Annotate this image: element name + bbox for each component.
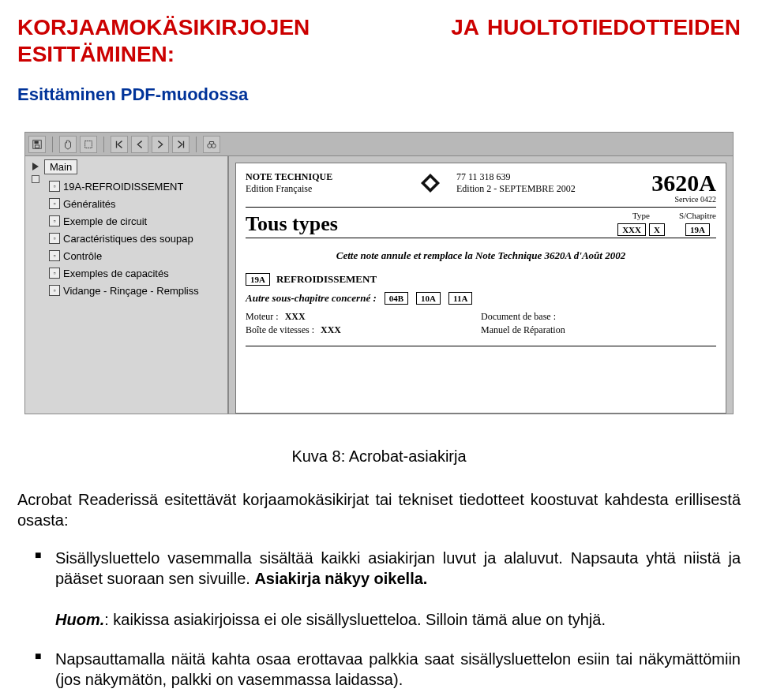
section-row: 19A REFROIDISSEMENT xyxy=(246,273,716,286)
bookmarks-panel[interactable]: Main ▫ 19A-REFROIDISSEMENT ▫ Généralités… xyxy=(25,156,229,414)
bookmark-main[interactable]: Main xyxy=(44,159,77,174)
bookmark-item[interactable]: ▫ Exemple de circuit xyxy=(44,212,226,230)
doc-header-row: NOTE TECHNIQUE Edition Française 77 11 3… xyxy=(246,171,716,208)
svg-rect-2 xyxy=(35,145,39,148)
section-code: 19A xyxy=(246,273,270,286)
brand-logo xyxy=(411,171,450,198)
svg-rect-1 xyxy=(35,140,39,144)
heading-word-3: HUOLTOTIEDOTTEIDEN xyxy=(487,14,741,41)
bookmark-tree: Main ▫ 19A-REFROIDISSEMENT ▫ Généralités… xyxy=(44,159,226,414)
doc-title: Tous types xyxy=(246,212,603,236)
bookmark-item[interactable]: ▫ Vidange - Rinçage - Rempliss xyxy=(44,282,226,299)
autre-label: Autre sous-chapitre concerné : xyxy=(246,292,377,305)
autre-code: 10A xyxy=(416,292,441,305)
pdf-page: NOTE TECHNIQUE Edition Française 77 11 3… xyxy=(235,163,726,414)
bullet-list: Sisällysluettelo vasemmalla sisältää kai… xyxy=(17,548,741,690)
bullet-text-2: Napsauttamalla näitä kahta osaa erottava… xyxy=(55,650,741,688)
bookmark-item-label: Exemple de circuit xyxy=(63,215,147,227)
replace-note: Cette note annule et remplace la Note Te… xyxy=(246,238,716,273)
bullet-item: Sisällysluettelo vasemmalla sisältää kai… xyxy=(17,548,741,630)
bookmark-section[interactable]: ▫ 19A-REFROIDISSEMENT xyxy=(44,178,226,195)
heading-word-2: JA xyxy=(443,14,487,41)
bookmark-item-label: Généralités xyxy=(63,198,115,210)
svg-point-5 xyxy=(212,144,216,148)
pdf-toolbar xyxy=(25,133,733,156)
svg-rect-3 xyxy=(85,140,92,148)
bookmark-item[interactable]: ▫ Caractéristiques des soupap xyxy=(44,230,226,247)
pdf-main-area: Main ▫ 19A-REFROIDISSEMENT ▫ Généralités… xyxy=(25,156,733,414)
doc-number: 3620A xyxy=(621,171,716,195)
bookmark-item[interactable]: ▫ Généralités xyxy=(44,195,226,212)
detail-val: XXX xyxy=(321,324,341,336)
collapse-icon[interactable] xyxy=(32,163,39,170)
note-technique-label: NOTE TECHNIQUE xyxy=(246,171,411,183)
page-icon: ▫ xyxy=(49,285,60,296)
detail-key: Boîte de vitesses : xyxy=(246,324,314,336)
edition-lang: Edition Française xyxy=(246,183,411,195)
page-heading: KORJAAMOKÄSIKIRJOJEN JA HUOLTOTIEDOTTEID… xyxy=(17,14,741,67)
page-icon: ▫ xyxy=(49,215,60,226)
detail-key: Manuel de Réparation xyxy=(481,324,565,336)
page-icon: ▫ xyxy=(49,233,60,244)
heading-word-1: KORJAAMOKÄSIKIRJOJEN xyxy=(17,14,443,41)
page-icon: ▫ xyxy=(49,181,60,192)
page-icon: ▫ xyxy=(49,268,60,279)
type-value: X xyxy=(649,223,665,236)
bookmark-section-label: 19A-REFROIDISSEMENT xyxy=(63,181,183,193)
detail-val: XXX xyxy=(285,311,306,323)
pdf-viewer-screenshot: Main ▫ 19A-REFROIDISSEMENT ▫ Généralités… xyxy=(24,132,734,414)
doc-title-row: Tous types Type XXX X S/Chapitre 19A xyxy=(246,208,716,238)
details-row: Moteur :XXX Boîte de vitesses :XXX Docum… xyxy=(246,311,716,346)
save-icon[interactable] xyxy=(28,136,46,153)
schapitre-value: 19A xyxy=(685,223,710,236)
last-page-icon[interactable] xyxy=(172,136,190,153)
next-page-icon[interactable] xyxy=(152,136,169,153)
heading-line-2: ESITTÄMINEN: xyxy=(17,41,741,68)
autre-code: 11A xyxy=(448,292,472,305)
autre-row: Autre sous-chapitre concerné : 04B 10A 1… xyxy=(246,292,716,305)
page-subheading: Esittäminen PDF-muodossa xyxy=(17,84,741,105)
detail-key: Document de base : xyxy=(481,311,556,323)
hand-icon[interactable] xyxy=(59,136,77,153)
section-name: REFROIDISSEMENT xyxy=(276,273,377,286)
bullet-text-1b: Asiakirja näkyy oikella. xyxy=(254,570,427,587)
service-code: Service 0422 xyxy=(621,195,716,204)
type-value: XXX xyxy=(617,223,646,236)
bookmark-item[interactable]: ▫ Exemples de capacités xyxy=(44,264,226,282)
select-icon[interactable] xyxy=(80,136,97,153)
bookmark-item-label: Contrôle xyxy=(63,250,102,262)
type-label: Type xyxy=(632,211,650,220)
bookmark-item-label: Caractéristiques des soupap xyxy=(63,233,193,245)
bookmark-item[interactable]: ▫ Contrôle xyxy=(44,247,226,264)
edition-date: Edition 2 - SEPTEMBRE 2002 xyxy=(456,183,621,195)
nav-gutter xyxy=(27,159,44,414)
svg-point-4 xyxy=(208,144,212,148)
note-text: : kaikissa asiakirjoissa ei ole sisällys… xyxy=(104,611,606,628)
bookmark-item-label: Exemples de capacités xyxy=(63,268,169,279)
schapitre-label: S/Chapitre xyxy=(679,211,716,220)
autre-code: 04B xyxy=(385,292,408,305)
note-prefix: Huom. xyxy=(55,611,104,628)
binoculars-icon[interactable] xyxy=(203,136,220,153)
page-icon: ▫ xyxy=(49,198,60,209)
page-icon: ▫ xyxy=(49,250,60,261)
expand-box-icon[interactable] xyxy=(32,175,39,183)
ref-number: 77 11 318 639 xyxy=(456,171,621,183)
prev-page-icon[interactable] xyxy=(131,136,148,153)
detail-key: Moteur : xyxy=(246,311,279,323)
first-page-icon[interactable] xyxy=(111,136,128,153)
bullet-item: Napsauttamalla näitä kahta osaa erottava… xyxy=(17,649,741,690)
document-panel[interactable]: NOTE TECHNIQUE Edition Française 77 11 3… xyxy=(229,156,733,414)
figure-caption: Kuva 8: Acrobat-asiakirja xyxy=(17,447,741,466)
bookmark-item-label: Vidange - Rinçage - Rempliss xyxy=(63,285,199,297)
intro-paragraph: Acrobat Readerissä esitettävät korjaamok… xyxy=(17,489,741,530)
